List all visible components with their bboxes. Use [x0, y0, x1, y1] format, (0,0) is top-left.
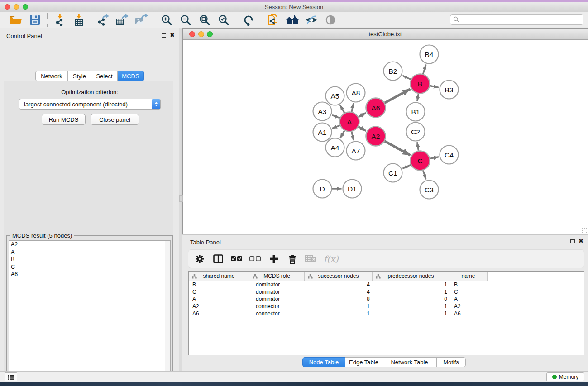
float-panel-icon[interactable] — [162, 33, 166, 38]
select-all-icon[interactable] — [231, 253, 243, 265]
graph-node-C2[interactable]: C2 — [406, 123, 425, 141]
export-image-icon[interactable] — [134, 13, 149, 27]
table-cell[interactable]: A2 — [189, 303, 249, 310]
panel-menu-button[interactable] — [5, 372, 17, 381]
table-cell[interactable]: 8 — [305, 295, 373, 303]
search-box[interactable] — [450, 14, 583, 25]
column-header-shared-name[interactable]: shared name — [189, 272, 249, 281]
graph-node-A8[interactable]: A8 — [347, 84, 365, 102]
column-header-predecessor-nodes[interactable]: predecessor nodes — [373, 272, 449, 281]
graph-node-D1[interactable]: D1 — [343, 180, 362, 198]
close-table-panel-icon[interactable]: ✖ — [578, 238, 583, 244]
table-cell[interactable]: 1 — [373, 303, 449, 310]
mcds-result-item[interactable]: B — [9, 256, 170, 263]
graph-node-A5[interactable]: A5 — [326, 87, 344, 105]
graph-node-A1[interactable]: A1 — [313, 123, 332, 142]
table-row[interactable]: Cdominator41C — [189, 288, 584, 295]
table-cell[interactable]: 1 — [373, 310, 449, 317]
table-cell[interactable]: C — [449, 288, 488, 295]
graph-node-A4[interactable]: A4 — [326, 138, 344, 157]
graph-node-C3[interactable]: C3 — [420, 181, 439, 199]
graph-node-C1[interactable]: C1 — [384, 164, 402, 182]
splitpane-grip[interactable] — [179, 195, 183, 202]
network-graph-canvas[interactable]: B4B2BB3A8A5A6A3B1AA1C2A2A4A7C4CC1C3DD1 — [183, 40, 588, 234]
table-cell[interactable]: 1 — [305, 310, 373, 317]
graph-node-B3[interactable]: B3 — [440, 81, 459, 99]
column-header-successor-nodes[interactable]: successor nodes — [305, 272, 373, 281]
table-row[interactable]: Bdominator41B — [189, 281, 584, 288]
graph-node-D[interactable]: D — [313, 180, 332, 198]
float-table-panel-icon[interactable] — [570, 239, 575, 243]
table-cell[interactable]: dominator — [249, 295, 305, 303]
zoom-selected-icon[interactable] — [216, 13, 231, 27]
table-row[interactable]: A6connector11A6 — [189, 310, 584, 317]
import-network-icon[interactable] — [52, 13, 67, 27]
zoom-fit-icon[interactable] — [197, 13, 212, 27]
tab-motifs[interactable]: Motifs — [437, 357, 466, 367]
mcds-result-item[interactable]: A — [9, 248, 170, 256]
table-cell[interactable]: dominator — [249, 281, 305, 288]
table-cell[interactable]: 1 — [373, 288, 449, 295]
table-cell[interactable]: 0 — [373, 295, 449, 303]
table-cell[interactable]: C — [189, 288, 249, 295]
table-cell[interactable]: dominator — [249, 288, 305, 295]
table-cell[interactable]: connector — [249, 303, 305, 310]
open-session-icon[interactable] — [8, 13, 24, 27]
table-cell[interactable]: 1 — [305, 303, 373, 310]
mcds-result-item[interactable]: C — [9, 263, 170, 271]
function-builder-icon[interactable]: f(x) — [324, 254, 339, 264]
graph-node-B2[interactable]: B2 — [384, 62, 402, 81]
graph-node-B[interactable]: B — [411, 74, 430, 94]
mcds-result-item[interactable]: A6 — [9, 271, 170, 278]
table-cell[interactable]: 4 — [305, 281, 373, 288]
tab-network[interactable]: Network — [35, 71, 68, 81]
table-cell[interactable]: B — [189, 281, 249, 288]
graph-node-A2[interactable]: A2 — [366, 127, 386, 146]
clone-network-icon[interactable] — [266, 13, 281, 27]
tab-mcds[interactable]: MCDS — [118, 71, 144, 81]
search-input[interactable] — [461, 17, 580, 23]
close-panel-icon[interactable]: ✖ — [170, 32, 175, 38]
table-cell[interactable]: 4 — [305, 288, 373, 295]
tab-select[interactable]: Select — [91, 71, 118, 81]
table-row[interactable]: Adominator80A — [189, 295, 584, 303]
deselect-all-icon[interactable] — [249, 253, 261, 265]
memory-button[interactable]: Memory — [546, 372, 584, 381]
settings-gear-icon[interactable] — [194, 253, 206, 265]
tab-node-table[interactable]: Node Table — [302, 357, 345, 367]
home-icon[interactable] — [285, 13, 300, 27]
graph-node-A7[interactable]: A7 — [347, 142, 365, 160]
add-column-icon[interactable] — [268, 253, 280, 265]
graph-node-A[interactable]: A — [340, 112, 359, 132]
graph-node-C[interactable]: C — [411, 151, 430, 171]
table-cell[interactable]: A6 — [449, 310, 488, 317]
tab-network-table[interactable]: Network Table — [382, 357, 437, 367]
export-table-icon[interactable] — [115, 13, 130, 27]
delete-column-icon[interactable] — [287, 253, 298, 265]
refresh-icon[interactable] — [241, 13, 256, 27]
list-scrollbar[interactable] — [165, 241, 170, 386]
table-cell[interactable]: B — [449, 281, 488, 288]
table-cell[interactable]: connector — [249, 310, 305, 317]
table-row[interactable]: A2connector11A2 — [189, 303, 584, 310]
mcds-result-item[interactable]: A2 — [9, 241, 170, 248]
mcds-result-list[interactable]: A2ABCA6 — [9, 240, 171, 386]
zoom-in-icon[interactable] — [159, 13, 174, 27]
save-session-icon[interactable] — [27, 13, 43, 27]
graph-node-A6[interactable]: A6 — [366, 98, 386, 118]
close-panel-button[interactable]: Close panel — [91, 114, 139, 125]
graph-node-C4[interactable]: C4 — [440, 146, 459, 164]
zoom-out-icon[interactable] — [178, 13, 193, 27]
graph-node-B1[interactable]: B1 — [406, 103, 425, 121]
run-mcds-button[interactable]: Run MCDS — [42, 114, 86, 125]
column-header-name[interactable]: name — [449, 272, 488, 281]
table-cell[interactable]: A — [449, 295, 488, 303]
delete-table-icon[interactable] — [305, 253, 317, 265]
export-network-icon[interactable] — [96, 13, 111, 27]
columns-icon[interactable] — [212, 253, 224, 265]
criterion-dropdown[interactable]: largest connected component (directed) — [19, 99, 161, 110]
graph-node-B4[interactable]: B4 — [420, 45, 439, 64]
graph-node-A3[interactable]: A3 — [313, 102, 332, 121]
tab-style[interactable]: Style — [68, 71, 91, 81]
import-table-icon[interactable] — [71, 13, 86, 27]
